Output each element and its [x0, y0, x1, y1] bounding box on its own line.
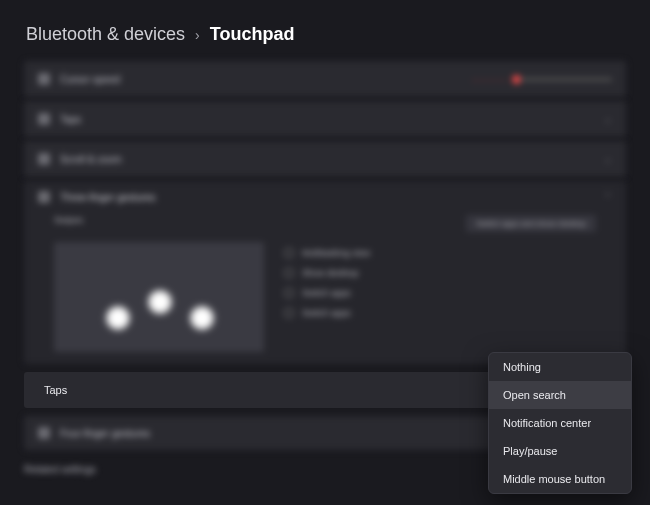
touch-dot-icon [146, 288, 174, 316]
row-label: Three-finger gestures [60, 192, 156, 203]
breadcrumb: Bluetooth & devices › Touchpad [0, 0, 650, 61]
breadcrumb-current: Touchpad [210, 24, 295, 45]
radio-icon [284, 288, 294, 298]
radio-icon [284, 268, 294, 278]
radio-option[interactable]: Switch apps [284, 308, 370, 318]
menu-item-open-search[interactable]: Open search [489, 381, 631, 409]
menu-item-middle-mouse[interactable]: Middle mouse button [489, 465, 631, 493]
gesture-icon [38, 427, 50, 439]
row-scroll-zoom[interactable]: Scroll & zoom ⌄ [24, 141, 626, 177]
row-header[interactable]: Three-finger gestures ⌃ [24, 181, 626, 213]
subsection-label: Swipes [54, 215, 83, 232]
gesture-options: Multitasking view Show desktop Switch ap… [284, 242, 370, 318]
row-label: Taps [60, 114, 81, 125]
row-label: Taps [44, 384, 67, 396]
breadcrumb-parent[interactable]: Bluetooth & devices [26, 24, 185, 45]
cursor-speed-slider[interactable] [512, 78, 612, 81]
radio-option[interactable]: Show desktop [284, 268, 370, 278]
menu-item-play-pause[interactable]: Play/pause [489, 437, 631, 465]
scroll-icon [38, 153, 50, 165]
gesture-preview [54, 242, 264, 352]
cursor-icon [38, 73, 50, 85]
radio-icon [284, 308, 294, 318]
row-label: Cursor speed [60, 74, 120, 85]
menu-item-notification-center[interactable]: Notification center [489, 409, 631, 437]
swipes-dropdown[interactable]: Switch apps and show desktop [466, 215, 596, 232]
gesture-icon [38, 191, 50, 203]
row-label: Four-finger gestures [60, 428, 150, 439]
touch-dot-icon [104, 304, 132, 332]
radio-option[interactable]: Multitasking view [284, 248, 370, 258]
chevron-right-icon: › [195, 27, 200, 43]
taps-context-menu: Nothing Open search Notification center … [488, 352, 632, 494]
menu-item-nothing[interactable]: Nothing [489, 353, 631, 381]
chevron-down-icon: ⌄ [604, 154, 612, 164]
tap-icon [38, 113, 50, 125]
touch-dot-icon [188, 304, 216, 332]
row-taps[interactable]: Taps ⌄ [24, 101, 626, 137]
slider-label: ———— [472, 75, 508, 84]
row-label: Scroll & zoom [60, 154, 122, 165]
row-three-finger-gestures: Three-finger gestures ⌃ Swipes Switch ap… [24, 181, 626, 364]
radio-option[interactable]: Switch apps [284, 288, 370, 298]
row-cursor-speed[interactable]: Cursor speed ———— [24, 61, 626, 97]
chevron-down-icon: ⌄ [604, 114, 612, 124]
radio-icon [284, 248, 294, 258]
chevron-up-icon: ⌃ [604, 192, 612, 202]
